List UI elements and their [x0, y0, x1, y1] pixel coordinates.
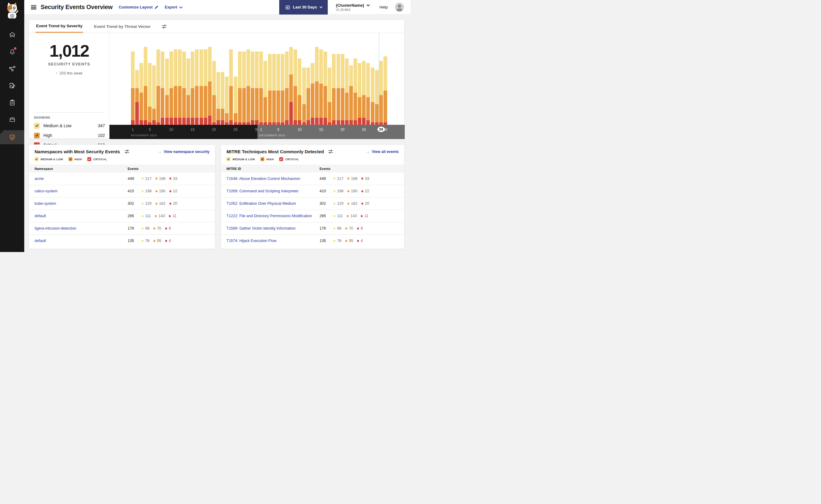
- chart-bar[interactable]: [272, 54, 276, 125]
- sidebar-item-reports[interactable]: [0, 77, 24, 94]
- sidebar-item-home[interactable]: [0, 26, 24, 43]
- severity-pill-high[interactable]: HIGH: [261, 157, 274, 161]
- chart-bar[interactable]: [148, 63, 151, 125]
- chart-bar[interactable]: [341, 54, 344, 125]
- chart-bar[interactable]: [358, 63, 361, 125]
- sidebar-item-security[interactable]: [0, 130, 24, 144]
- chart-bar[interactable]: [247, 49, 250, 125]
- cluster-selector[interactable]: {ClusterName} V1.26 AKS: [336, 3, 369, 12]
- row-link[interactable]: default: [29, 239, 128, 243]
- chart-bar[interactable]: [178, 49, 181, 125]
- chart-bar[interactable]: [144, 47, 147, 125]
- chart-bar[interactable]: [264, 61, 267, 125]
- chart-bar[interactable]: [204, 49, 208, 125]
- chart-bar[interactable]: [324, 51, 327, 125]
- chart-bar[interactable]: [311, 63, 314, 125]
- checkbox-checked[interactable]: [261, 157, 264, 161]
- chart-bar[interactable]: [169, 51, 173, 125]
- chart-bar[interactable]: [191, 51, 194, 125]
- chart-bar[interactable]: [131, 51, 135, 125]
- chart-bar[interactable]: [375, 70, 379, 125]
- chart-bar[interactable]: [135, 70, 139, 125]
- checkbox-checked[interactable]: [68, 157, 72, 161]
- export-button[interactable]: Export: [164, 5, 181, 9]
- chart-bar[interactable]: [259, 51, 263, 125]
- chart-bar[interactable]: [156, 49, 160, 125]
- chart-bar[interactable]: [225, 77, 229, 125]
- chart-bar[interactable]: [354, 58, 357, 125]
- sidebar-item-alerts[interactable]: [0, 43, 24, 60]
- chart-bar[interactable]: [345, 58, 349, 125]
- severity-pill-high[interactable]: HIGH: [68, 157, 82, 161]
- calico-cat-logo[interactable]: [4, 2, 20, 19]
- row-link[interactable]: kube-system: [29, 201, 128, 206]
- chart-bar[interactable]: [384, 56, 387, 125]
- row-link[interactable]: acme: [29, 177, 128, 181]
- chart-bar[interactable]: [238, 51, 242, 125]
- row-link[interactable]: T1222: File and Directory Permissions Mo…: [221, 214, 320, 218]
- row-link[interactable]: tigera-intrusion-detection: [29, 226, 128, 230]
- severity-pill-medium-low[interactable]: MEDIUM & LOW: [35, 157, 63, 161]
- avatar[interactable]: [395, 3, 404, 12]
- chart-bar[interactable]: [174, 49, 177, 125]
- chart-bar[interactable]: [379, 61, 383, 125]
- chart-bar[interactable]: [208, 47, 212, 125]
- chart-bar[interactable]: [328, 68, 331, 125]
- chart-bar[interactable]: [161, 51, 164, 125]
- severity-filter-medium-low[interactable]: Medium & Low 347: [34, 121, 105, 131]
- chart-bar[interactable]: [277, 54, 280, 125]
- chart-bar[interactable]: [152, 65, 156, 125]
- checkbox-checked[interactable]: [35, 157, 38, 161]
- checkbox-checked[interactable]: [87, 157, 91, 161]
- checkbox-checked[interactable]: [34, 123, 40, 129]
- row-link[interactable]: T1574: Hijack Execution Flow: [221, 239, 320, 243]
- checkbox-checked[interactable]: [34, 133, 40, 138]
- chart-bar[interactable]: [332, 54, 336, 125]
- checkbox-checked[interactable]: [227, 157, 231, 161]
- chart-bar[interactable]: [229, 49, 233, 125]
- chart-bar[interactable]: [139, 63, 143, 125]
- chart-bar[interactable]: [234, 77, 238, 125]
- date-range-button[interactable]: Last 30 Days: [279, 0, 328, 15]
- row-link[interactable]: T1059: Command and Scripting Interpreter: [221, 189, 320, 193]
- severity-pill-critical[interactable]: CRITICAL: [279, 157, 299, 161]
- chart-bar[interactable]: [362, 61, 366, 125]
- chart-bar[interactable]: [294, 49, 297, 125]
- chart-bar[interactable]: [199, 49, 203, 125]
- row-link[interactable]: default: [29, 214, 128, 218]
- chart-filter-sliders-icon[interactable]: [161, 20, 167, 33]
- chart-bar[interactable]: [366, 63, 370, 125]
- chart-bar[interactable]: [221, 72, 225, 125]
- chart-bar[interactable]: [182, 51, 186, 125]
- severity-pill-medium-low[interactable]: MEDIUM & LOW: [227, 157, 255, 161]
- chart-bar[interactable]: [268, 54, 272, 125]
- help-link[interactable]: Help: [379, 5, 388, 9]
- view-all-events-link[interactable]: →View all events: [366, 149, 399, 154]
- row-link[interactable]: T1052: Exfiltration Over Physical Medium: [221, 201, 320, 206]
- chart-bar[interactable]: [281, 54, 284, 125]
- checkbox-checked[interactable]: [279, 157, 283, 161]
- chart-bar[interactable]: [349, 65, 353, 125]
- chart-bar[interactable]: [195, 49, 198, 125]
- view-namespace-security-link[interactable]: →View namespace security: [158, 149, 210, 154]
- chart-bar[interactable]: [302, 68, 306, 125]
- row-link[interactable]: T1548: Abuse Elevation Control Mechanism: [221, 177, 320, 181]
- hamburger-menu-icon[interactable]: [31, 5, 36, 9]
- namespaces-filter-sliders-icon[interactable]: [124, 149, 129, 154]
- severity-pill-critical[interactable]: CRITICAL: [87, 157, 107, 161]
- sidebar-item-workloads[interactable]: [0, 111, 24, 128]
- tab-event-trend-by-severity[interactable]: Event Trend by Severity: [35, 20, 83, 33]
- chart-bar[interactable]: [212, 61, 216, 125]
- chart-bar[interactable]: [371, 68, 374, 125]
- chart-bar[interactable]: [251, 51, 254, 125]
- chart-bar[interactable]: [315, 47, 319, 125]
- chart-bar[interactable]: [165, 58, 169, 125]
- sidebar-item-service-graph[interactable]: [0, 60, 24, 77]
- chart-bar[interactable]: [298, 58, 301, 125]
- row-link[interactable]: T1589: Gather Victim Identity Informatio…: [221, 226, 320, 230]
- chart-bar[interactable]: [319, 49, 323, 125]
- tab-event-trend-by-threat-vector[interactable]: Event Trend by Threat Vector: [93, 20, 151, 33]
- customize-layout-link[interactable]: Customize Layout: [118, 5, 158, 9]
- row-link[interactable]: calico-system: [29, 189, 128, 193]
- chart-bar[interactable]: [255, 51, 259, 125]
